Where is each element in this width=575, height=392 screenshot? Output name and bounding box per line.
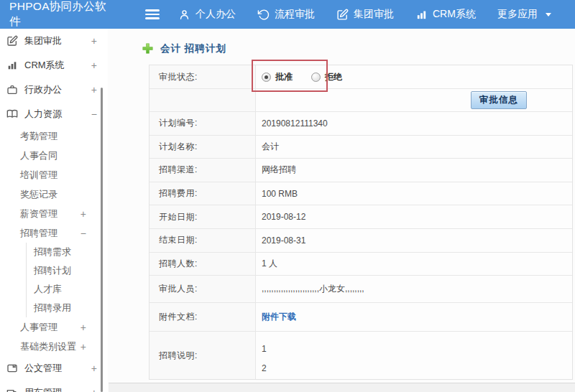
sidebar-item-vehicle-mgmt[interactable]: 用车管理 + <box>0 381 108 392</box>
sidebar-item-label: 奖惩记录 <box>20 188 58 201</box>
topnav-process-approval[interactable]: 流程审批 <box>257 8 315 21</box>
expand-toggle[interactable]: + <box>80 342 86 352</box>
sidebar-item-label: 行政办公 <box>24 83 62 96</box>
topnav-more-apps[interactable]: 更多应用 <box>497 8 551 21</box>
field-value: 批准 拒绝 <box>256 65 572 88</box>
expand-toggle[interactable]: + <box>91 363 97 373</box>
topnav-personal-office[interactable]: 个人办公 <box>178 8 236 21</box>
sidebar-item-recruit-demand[interactable]: 招聘需求 <box>27 243 108 261</box>
recruit-plan-form: 审批状态: 批准 拒绝 审批信息 计划编号: 20190812111340 计 <box>149 65 573 380</box>
sidebar-item-label: 薪资管理 <box>20 207 58 220</box>
bar-chart-icon <box>6 60 18 71</box>
field-label: 结束日期: <box>150 229 256 252</box>
approval-info-button[interactable]: 审批信息 <box>471 91 527 109</box>
sidebar-item-label: 招聘录用 <box>34 302 71 314</box>
expand-toggle[interactable]: + <box>91 60 97 70</box>
approve-radio[interactable] <box>262 73 271 82</box>
field-label <box>150 89 256 111</box>
sidebar-item-training[interactable]: 培训管理 <box>0 165 108 185</box>
edit-square-icon <box>6 35 18 47</box>
field-value: 1 2 <box>256 332 572 379</box>
field-label: 计划编号: <box>150 112 256 135</box>
expand-toggle[interactable]: + <box>91 388 97 392</box>
sidebar-item-personnel-mgmt[interactable]: 人事管理 + <box>0 317 108 337</box>
briefcase-icon <box>6 84 18 95</box>
table-row-approval-action: 审批信息 <box>150 89 572 112</box>
expand-toggle[interactable]: + <box>80 322 86 332</box>
attachment-download-link[interactable]: 附件下载 <box>262 311 296 323</box>
sidebar-item-admin-office[interactable]: 行政办公 + <box>0 78 108 102</box>
table-row-approvers: 审批人员: ,,,,,,,,,,,,,,,,,,,,,,,,小龙女,,,,,,,… <box>150 276 572 303</box>
sidebar-item-label: 考勤管理 <box>20 130 58 143</box>
collapse-toggle[interactable]: − <box>80 228 86 238</box>
topnav-label: 集团审批 <box>354 8 394 21</box>
field-label: 审批状态: <box>150 65 256 88</box>
field-value: 1 人 <box>256 253 572 276</box>
sidebar-item-hr-contract[interactable]: 人事合同 <box>0 146 108 165</box>
bar-chart-icon <box>415 9 428 21</box>
topnav-label: 流程审批 <box>275 8 315 21</box>
field-value: 审批信息 <box>256 89 572 111</box>
field-value: 网络招聘 <box>256 159 572 182</box>
sidebar-item-crm[interactable]: CRM系统 + <box>0 53 108 78</box>
table-row-start-date: 开始日期: 2019-08-12 <box>150 205 572 229</box>
sidebar-item-label: 基础类别设置 <box>20 340 76 353</box>
sidebar-item-recruit-mgmt[interactable]: 招聘管理 − <box>0 223 108 243</box>
recruit-submenu: 招聘需求 招聘计划 人才库 招聘录用 <box>26 243 108 317</box>
sidebar-item-label: 公文管理 <box>24 362 62 375</box>
table-row-end-date: 结束日期: 2019-08-31 <box>150 229 572 253</box>
sidebar: 集团审批 + CRM系统 + 行政办公 + 人力资源 − 考勤管理 人事合同 培… <box>0 29 108 392</box>
menu-icon[interactable] <box>145 9 160 19</box>
sidebar-item-label: 培训管理 <box>20 169 58 182</box>
expand-toggle[interactable]: + <box>91 85 97 95</box>
plus-icon <box>142 42 154 55</box>
field-value: ,,,,,,,,,,,,,,,,,,,,,,,,小龙女,,,,,,,, <box>256 276 572 302</box>
expand-toggle[interactable]: + <box>80 209 86 219</box>
sidebar-item-label: 招聘需求 <box>34 246 71 258</box>
field-value: 附件下载 <box>256 303 572 331</box>
sidebar-item-attendance[interactable]: 考勤管理 <box>0 126 108 146</box>
sidebar-item-label: CRM系统 <box>24 59 65 72</box>
sidebar-item-talent-pool[interactable]: 人才库 <box>27 280 108 299</box>
field-value: 20190812111340 <box>256 112 572 135</box>
topbar: PHPOA协同办公软件 个人办公 流程审批 集团审批 CRM系统 <box>0 0 575 29</box>
sidebar-item-official-docs[interactable]: 公文管理 + <box>0 356 108 381</box>
sidebar-item-rewards[interactable]: 奖惩记录 <box>0 185 108 204</box>
table-row-recruit-cost: 招聘费用: 100 RMB <box>150 182 572 206</box>
sidebar-item-recruit-hire[interactable]: 招聘录用 <box>27 299 108 317</box>
truck-icon <box>6 387 18 392</box>
sidebar-item-base-category[interactable]: 基础类别设置 + <box>0 337 108 356</box>
sidebar-item-label: 人事管理 <box>20 321 58 334</box>
sidebar-item-group-approval[interactable]: 集团审批 + <box>0 29 108 53</box>
collapse-toggle[interactable]: − <box>91 109 97 119</box>
table-row-recruit-channel: 招聘渠道: 网络招聘 <box>150 159 572 182</box>
field-label: 审批人员: <box>150 276 256 302</box>
field-value: 100 RMB <box>256 182 572 205</box>
sidebar-item-label: 招聘计划 <box>34 264 71 277</box>
expand-toggle[interactable]: + <box>91 36 97 46</box>
approval-radio-group: 批准 拒绝 <box>262 71 356 83</box>
field-value: 2019-08-12 <box>256 205 572 228</box>
top-navigation: 个人办公 流程审批 集团审批 CRM系统 更多应用 <box>178 8 551 21</box>
table-row-approval-status: 审批状态: 批准 拒绝 <box>150 65 572 89</box>
table-row-attachment: 附件文档: 附件下载 <box>150 303 572 332</box>
sidebar-item-label: 集团审批 <box>24 34 62 47</box>
topnav-label: CRM系统 <box>433 8 476 21</box>
table-row-headcount: 招聘人数: 1 人 <box>150 253 572 276</box>
sidebar-item-salary[interactable]: 薪资管理 + <box>0 204 108 223</box>
main-content: 会计 招聘计划 审批状态: 批准 拒绝 审批信息 计划编号: 2 <box>108 29 575 392</box>
topnav-crm[interactable]: CRM系统 <box>415 8 476 21</box>
sidebar-item-label: 人事合同 <box>20 149 58 162</box>
sidebar-item-label: 人力资源 <box>24 108 62 121</box>
sidebar-scrollbar[interactable] <box>101 88 103 392</box>
field-label: 附件文档: <box>150 303 256 331</box>
sidebar-item-label: 用车管理 <box>24 386 62 392</box>
field-label: 开始日期: <box>150 205 256 228</box>
field-label: 招聘费用: <box>150 182 256 205</box>
app-logo: PHPOA协同办公软件 <box>0 0 115 29</box>
sidebar-item-recruit-plan[interactable]: 招聘计划 <box>27 261 108 280</box>
sidebar-item-hr[interactable]: 人力资源 − <box>0 102 108 126</box>
field-label: 计划名称: <box>150 136 256 159</box>
reject-radio[interactable] <box>311 73 321 82</box>
topnav-group-approval[interactable]: 集团审批 <box>336 8 394 21</box>
